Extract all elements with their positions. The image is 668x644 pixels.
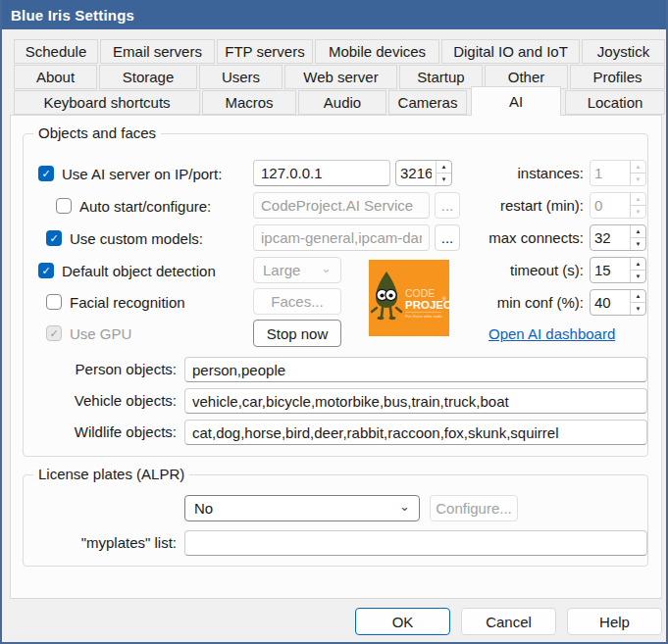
spinner-buttons: ▲ ▼ [436,161,451,185]
custom-models-label: Use custom models: [70,230,203,247]
tab-location[interactable]: Location [565,90,665,115]
checkbox-checked-disabled-icon: ✓ [46,325,62,341]
instances-spinner: ▲ ▼ [590,160,646,186]
wildlife-objects-input[interactable] [184,420,647,445]
faces-button: Faces... [253,288,341,315]
stop-now-button[interactable]: Stop now [253,320,341,347]
checkbox-checked-icon: ✓ [38,166,54,181]
spin-up-icon: ▲ [631,161,645,173]
objects-and-faces-legend: Objects and faces [33,124,161,141]
alpr-mode-dropdown[interactable]: No ⌄ [184,495,420,521]
tab-audio[interactable]: Audio [298,90,386,115]
instances-label: instances: [456,165,584,181]
tab-storage[interactable]: Storage [99,65,197,89]
max-connects-label: max connects: [456,229,584,246]
auto-start-label: Auto start/configure: [79,198,211,215]
use-ai-server-label: Use AI server on IP/port: [62,166,222,182]
tab-mobile-devices[interactable]: Mobile devices [315,39,439,64]
default-detection-label: Default object detection [62,263,216,279]
open-ai-dashboard-link[interactable]: Open AI dashboard [488,325,615,342]
window-title: Blue Iris Settings [11,7,134,24]
tab-users[interactable]: Users [199,65,283,89]
spin-down-icon[interactable]: ▼ [437,173,451,185]
svg-text:For those who code: For those who code [405,314,442,319]
spin-down-icon[interactable]: ▼ [631,303,645,315]
detection-size-dropdown: Large ⌄ [253,257,341,283]
tab-macros[interactable]: Macros [202,90,296,115]
person-objects-label: Person objects: [40,361,177,377]
checkbox-checked-icon: ✓ [38,263,54,278]
max-connects-spinner[interactable]: ▲ ▼ [590,224,646,251]
vehicle-objects-input[interactable] [184,388,647,414]
vehicle-objects-label: Vehicle objects: [40,392,177,409]
codeproject-logo: CODE PROJECT ® For those who code [369,260,449,336]
myplates-input[interactable] [184,530,647,556]
port-spinner[interactable]: ▲ ▼ [395,160,452,186]
restart-input [591,193,630,218]
chevron-down-icon: ⌄ [399,500,410,513]
timeout-input[interactable] [591,258,630,282]
tab-web-server[interactable]: Web server [284,65,397,89]
spin-up-icon[interactable]: ▲ [631,258,645,271]
tab-profiles[interactable]: Profiles [570,65,665,89]
tab-cameras[interactable]: Cameras [388,90,467,115]
min-conf-input[interactable] [591,290,630,315]
min-conf-spinner[interactable]: ▲ ▼ [590,289,646,316]
title-bar[interactable]: Blue Iris Settings [2,0,666,29]
spin-up-icon[interactable]: ▲ [437,161,451,173]
spinner-buttons: ▲ ▼ [630,193,645,218]
spin-up-icon: ▲ [631,193,645,206]
chevron-down-icon: ⌄ [321,262,332,274]
spinner-buttons: ▲ ▼ [630,225,645,250]
timeout-spinner[interactable]: ▲ ▼ [590,257,646,283]
custom-models-checkbox[interactable]: ✓ Use custom models: [46,225,203,251]
myplates-label: "myplates" list: [40,534,177,551]
facial-recognition-checkbox[interactable]: Facial recognition [46,289,185,315]
use-ai-server-checkbox[interactable]: ✓ Use AI server on IP/port: [38,161,222,186]
spin-down-icon: ▼ [631,206,645,218]
min-conf-label: min conf (%): [456,294,584,311]
wildlife-objects-label: Wildlife objects: [40,423,177,440]
tab-joystick[interactable]: Joystick [582,39,665,64]
restart-label: restart (min): [456,197,584,214]
tab-digital-io-iot[interactable]: Digital IO and IoT [441,39,580,64]
license-plates-legend: License plates (ALPR) [33,466,189,482]
alpr-mode-value: No [194,500,213,517]
spin-up-icon[interactable]: ▲ [631,225,645,238]
auto-start-checkbox[interactable]: Auto start/configure: [56,193,211,219]
spinner-buttons: ▲ ▼ [630,290,645,315]
tab-about[interactable]: About [14,65,97,89]
person-objects-input[interactable] [184,357,647,382]
spin-down-icon[interactable]: ▼ [631,238,645,250]
cancel-button[interactable]: Cancel [461,608,556,635]
ip-address-input[interactable] [253,160,390,186]
use-gpu-label: Use GPU [70,325,131,342]
spinner-buttons: ▲ ▼ [630,258,645,282]
codeproject-logo-image: CODE PROJECT ® For those who code [369,260,449,336]
use-gpu-checkbox: ✓ Use GPU [46,321,131,346]
facial-recognition-label: Facial recognition [70,294,185,311]
port-input[interactable] [396,161,436,185]
spin-down-icon[interactable]: ▼ [631,271,645,282]
tab-keyboard-shortcuts[interactable]: Keyboard shortcuts [14,90,200,115]
timeout-label: timeout (s): [456,262,584,278]
default-detection-checkbox[interactable]: ✓ Default object detection [38,258,216,283]
custom-models-input [253,224,430,251]
ok-button[interactable]: OK [355,608,450,635]
svg-text:®: ® [442,296,446,302]
help-button[interactable]: Help [567,608,662,635]
instances-input [591,161,630,185]
spinner-buttons: ▲ ▼ [630,161,645,185]
ai-tab-panel: Objects and faces ✓ Use AI server on IP/… [10,115,662,599]
checkbox-checked-icon: ✓ [46,230,62,246]
spin-up-icon[interactable]: ▲ [631,290,645,303]
max-connects-input[interactable] [591,225,630,250]
detection-size-value: Large [263,262,300,278]
tab-ftp-servers[interactable]: FTP servers [217,39,313,64]
tab-schedule[interactable]: Schedule [14,39,98,64]
blue-iris-settings-dialog: Blue Iris Settings Schedule Email server… [0,0,668,644]
tab-ai[interactable]: AI [471,86,561,116]
tab-email-servers[interactable]: Email servers [100,39,215,64]
spin-down-icon: ▼ [631,173,645,185]
alpr-configure-button: Configure... [430,495,518,521]
